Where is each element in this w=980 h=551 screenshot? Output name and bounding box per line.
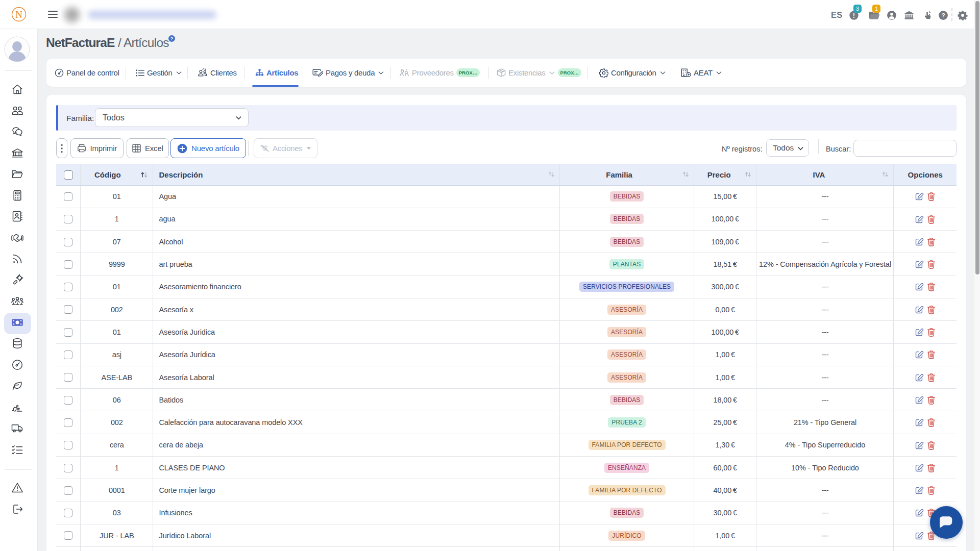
svg-text:?: ?	[941, 12, 945, 19]
svg-text:N: N	[15, 9, 22, 20]
